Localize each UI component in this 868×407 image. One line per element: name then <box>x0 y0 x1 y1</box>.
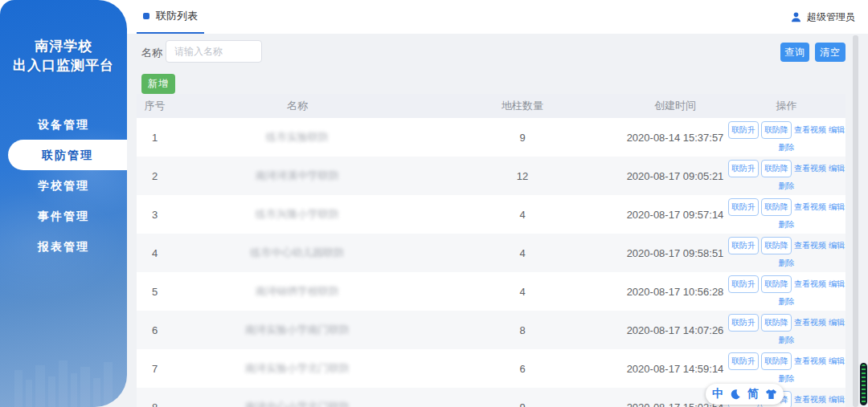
user-icon <box>790 11 802 23</box>
row-index: 6 <box>137 324 173 336</box>
add-button[interactable]: 新增 <box>141 74 175 94</box>
table-row: 1 练市实验联防 9 2020-08-14 15:37:57 联防升 联防降 查… <box>137 118 845 157</box>
sidebar-item-2[interactable]: 学校管理 <box>0 170 127 201</box>
row-name: 南浔中心小学北门联防 <box>173 400 422 407</box>
row-created: 2020-08-17 09:05:21 <box>623 170 727 182</box>
ime-toolbar[interactable]: 中 简 <box>706 384 784 405</box>
edit-link[interactable]: 编辑 <box>829 279 845 290</box>
defense-down-button[interactable]: 联防降 <box>761 352 792 370</box>
sidebar-item-0[interactable]: 设备管理 <box>0 109 127 140</box>
row-name: 南浔浔溪中学联防 <box>173 169 422 183</box>
view-video-link[interactable]: 查看视频 <box>794 163 826 174</box>
column-header-3: 创建时间 <box>623 99 727 113</box>
edit-link[interactable]: 编辑 <box>829 124 845 136</box>
view-video-link[interactable]: 查看视频 <box>794 201 826 213</box>
row-created: 2020-08-17 09:58:51 <box>623 247 727 259</box>
defense-up-button[interactable]: 联防升 <box>728 160 759 177</box>
row-actions: 联防升 联防降 查看视频 编辑 删除 <box>727 121 845 153</box>
edit-link[interactable]: 编辑 <box>829 240 845 251</box>
defense-down-button[interactable]: 联防降 <box>761 237 792 254</box>
sidebar-item-label: 设备管理 <box>38 118 89 131</box>
view-video-link[interactable]: 查看视频 <box>794 240 826 251</box>
tab-defense-list[interactable]: 联防列表 <box>137 0 204 34</box>
delete-link[interactable]: 删除 <box>779 374 795 383</box>
topbar: 联防列表 超级管理员 <box>0 0 868 34</box>
row-count: 8 <box>422 324 623 336</box>
table-row: 3 练市兴隆小学联防 4 2020-08-17 09:57:14 联防升 联防降… <box>137 195 845 234</box>
defense-table: 序号名称地柱数量创建时间操作 1 练市实验联防 9 2020-08-14 15:… <box>137 94 845 407</box>
row-count: 9 <box>422 401 623 407</box>
clear-button[interactable]: 清空 <box>815 43 845 62</box>
column-header-4: 操作 <box>727 99 845 113</box>
edit-link[interactable]: 编辑 <box>829 163 845 174</box>
defense-up-button[interactable]: 联防升 <box>728 121 759 139</box>
sidebar-item-label: 报表管理 <box>38 240 89 253</box>
name-filter-input[interactable] <box>166 40 262 63</box>
scrollbar-thumb[interactable] <box>860 363 867 405</box>
defense-up-button[interactable]: 联防升 <box>728 275 759 293</box>
search-button[interactable]: 查询 <box>780 43 809 62</box>
row-name: 南浔实验小学南门联防 <box>173 323 422 337</box>
defense-down-button[interactable]: 联防降 <box>761 198 792 216</box>
column-header-0: 序号 <box>137 99 173 113</box>
row-name: 练市中心幼儿园联防 <box>173 246 422 260</box>
edit-link[interactable]: 编辑 <box>829 394 845 405</box>
defense-up-button[interactable]: 联防升 <box>728 198 759 216</box>
sidebar-item-label: 事件管理 <box>38 210 89 222</box>
app-title-line1: 南浔学校 <box>0 37 127 56</box>
delete-link[interactable]: 删除 <box>779 258 795 267</box>
ime-lang-button[interactable]: 中 <box>712 387 723 401</box>
user-menu[interactable]: 超级管理员 <box>790 0 855 34</box>
view-video-link[interactable]: 查看视频 <box>794 356 826 367</box>
scrollbar-track[interactable] <box>853 35 858 407</box>
row-actions: 联防升 联防降 查看视频 编辑 删除 <box>727 352 845 385</box>
defense-down-button[interactable]: 联防降 <box>761 275 792 293</box>
row-actions: 联防升 联防降 查看视频 编辑 删除 <box>727 275 845 307</box>
sidebar-item-3[interactable]: 事件管理 <box>0 201 127 231</box>
table-body: 1 练市实验联防 9 2020-08-14 15:37:57 联防升 联防降 查… <box>137 118 845 407</box>
ime-simplified-button[interactable]: 简 <box>747 387 759 401</box>
column-header-1: 名称 <box>173 99 422 113</box>
row-index: 8 <box>137 401 173 407</box>
app-window: 联防列表 超级管理员 南浔学校 出入口监测平台 设备管理 联防管理 学校管理 事… <box>0 0 868 407</box>
delete-link[interactable]: 删除 <box>779 181 795 190</box>
row-created: 2020-08-14 15:37:57 <box>623 132 727 144</box>
view-video-link[interactable]: 查看视频 <box>794 394 826 405</box>
view-video-link[interactable]: 查看视频 <box>794 317 826 328</box>
tab-bullet-icon <box>143 13 149 19</box>
delete-link[interactable]: 删除 <box>779 143 795 152</box>
row-index: 4 <box>137 247 173 259</box>
delete-link[interactable]: 删除 <box>779 220 795 229</box>
defense-up-button[interactable]: 联防升 <box>728 237 759 254</box>
edit-link[interactable]: 编辑 <box>829 317 845 328</box>
edit-link[interactable]: 编辑 <box>829 201 845 213</box>
defense-down-button[interactable]: 联防降 <box>761 160 792 177</box>
sidebar-item-1[interactable]: 联防管理 <box>8 140 127 170</box>
row-count: 4 <box>422 247 623 259</box>
sidebar-item-4[interactable]: 报表管理 <box>0 231 127 262</box>
view-video-link[interactable]: 查看视频 <box>794 124 826 136</box>
row-count: 4 <box>422 286 623 298</box>
row-index: 2 <box>137 170 173 182</box>
table-row: 6 南浔实验小学南门联防 8 2020-08-17 14:07:26 联防升 联… <box>137 311 845 349</box>
sidebar-item-label: 学校管理 <box>38 179 89 192</box>
edit-link[interactable]: 编辑 <box>829 356 845 367</box>
row-count: 6 <box>422 363 623 375</box>
row-created: 2020-08-17 10:56:28 <box>623 286 727 298</box>
defense-down-button[interactable]: 联防降 <box>761 314 792 332</box>
moon-icon[interactable] <box>730 389 741 400</box>
row-created: 2020-08-17 14:59:14 <box>623 363 727 375</box>
view-video-link[interactable]: 查看视频 <box>794 279 826 290</box>
row-actions: 联防升 联防降 查看视频 编辑 删除 <box>727 160 845 192</box>
table-row: 4 练市中心幼儿园联防 4 2020-08-17 09:58:51 联防升 联防… <box>137 234 845 272</box>
skin-tshirt-icon[interactable] <box>765 389 777 400</box>
defense-up-button[interactable]: 联防升 <box>728 352 759 370</box>
defense-down-button[interactable]: 联防降 <box>761 121 792 139</box>
delete-link[interactable]: 删除 <box>779 336 795 344</box>
defense-up-button[interactable]: 联防升 <box>728 314 759 332</box>
row-created: 2020-08-17 09:57:14 <box>623 209 727 221</box>
row-index: 5 <box>137 286 173 298</box>
row-actions: 联防升 联防降 查看视频 编辑 删除 <box>727 314 845 346</box>
delete-link[interactable]: 删除 <box>779 297 795 306</box>
row-created: 2020-08-17 14:07:26 <box>623 324 727 336</box>
